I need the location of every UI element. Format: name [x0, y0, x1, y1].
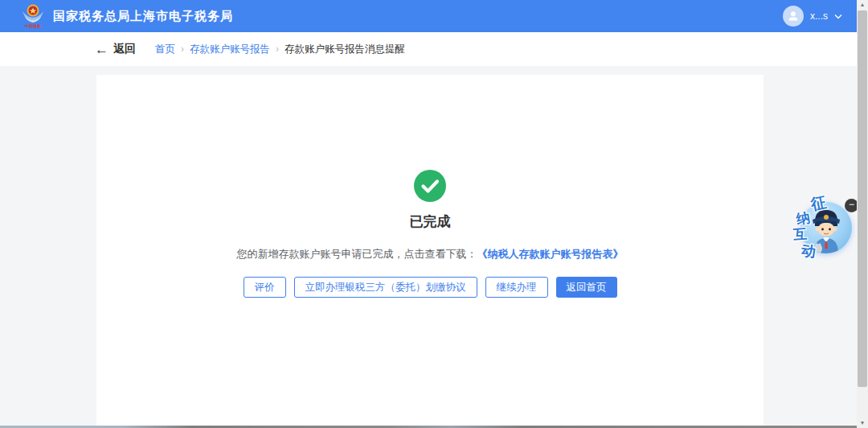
back-label: 返回 [113, 42, 136, 56]
interaction-widget: 征 纳 互 动 − [791, 191, 863, 265]
breadcrumb-current: 存款账户账号报告消息提醒 [285, 43, 405, 56]
breadcrumb: 首页 › 存款账户账号报告 › 存款账户账号报告消息提醒 [155, 43, 405, 56]
user-avatar[interactable] [783, 6, 804, 27]
svg-text:中国税务: 中国税务 [25, 23, 41, 29]
breadcrumb-separator: › [276, 43, 279, 55]
message-text: 您的新增存款账户账号申请已完成，点击查看下载： [237, 248, 477, 260]
chevron-down-icon [834, 14, 842, 19]
tax-mascot-badge[interactable] [800, 202, 852, 253]
scrollbar-thumb[interactable] [858, 10, 867, 387]
breadcrumb-separator: › [181, 43, 184, 55]
result-card: 已完成 您的新增存款账户账号申请已完成，点击查看下载：《纳税人存款账户账号报告表… [96, 75, 764, 428]
evaluate-button[interactable]: 评价 [244, 277, 286, 298]
back-arrow-icon: ← [95, 43, 108, 56]
status-title: 已完成 [410, 212, 451, 231]
action-buttons: 评价 立即办理银税三方（委托）划缴协议 继续办理 返回首页 [244, 277, 617, 298]
scroll-up-icon[interactable]: ▲ [857, 0, 868, 10]
tax-officer-mascot-icon [800, 202, 852, 253]
user-menu[interactable]: x...s [783, 6, 842, 27]
app-header: 中国税务 国家税务总局上海市电子税务局 x...s [0, 0, 857, 32]
breadcrumb-bar: ← 返回 首页 › 存款账户账号报告 › 存款账户账号报告消息提醒 [0, 32, 857, 66]
return-home-button[interactable]: 返回首页 [556, 277, 617, 298]
person-icon [787, 10, 800, 23]
page-title: 国家税务总局上海市电子税务局 [53, 9, 233, 24]
report-download-link[interactable]: 《纳税人存款账户账号报告表》 [477, 248, 624, 260]
scroll-down-icon[interactable]: ▼ [857, 418, 868, 428]
success-check-icon [414, 170, 446, 202]
result-message: 您的新增存款账户账号申请已完成，点击查看下载：《纳税人存款账户账号报告表》 [237, 247, 624, 261]
breadcrumb-report[interactable]: 存款账户账号报告 [190, 43, 270, 56]
tax-bureau-logo-icon: 中国税务 [21, 3, 45, 29]
user-name[interactable]: x...s [810, 10, 828, 22]
back-button[interactable]: ← 返回 [95, 42, 136, 56]
tripartite-agreement-button[interactable]: 立即办理银税三方（委托）划缴协议 [294, 277, 477, 298]
vertical-scrollbar[interactable]: ▲ ▼ [857, 0, 868, 428]
breadcrumb-home[interactable]: 首页 [155, 43, 175, 56]
continue-button[interactable]: 继续办理 [485, 277, 548, 298]
